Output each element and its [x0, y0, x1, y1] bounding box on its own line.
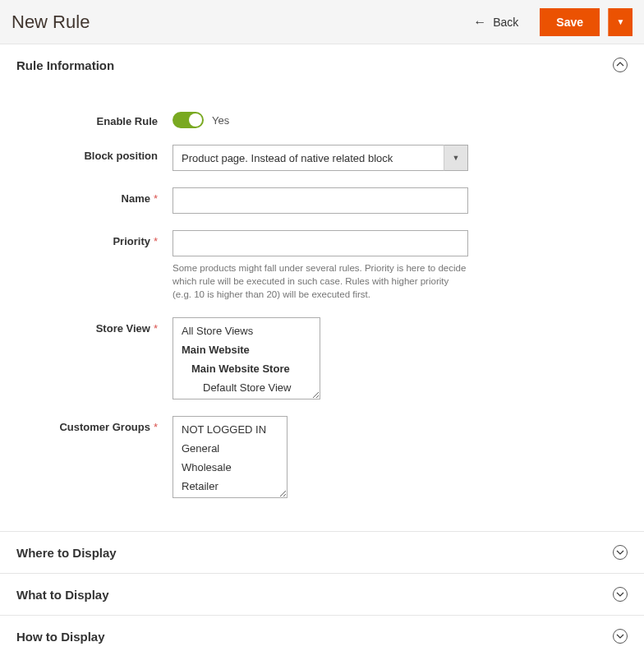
form-body: Enable Rule Yes Block position Product p…	[0, 79, 644, 531]
customer-group-option[interactable]: NOT LOGGED IN	[173, 420, 287, 439]
page-title: New Rule	[12, 12, 465, 33]
top-bar: New Rule ← Back Save ▼	[0, 0, 644, 44]
priority-input[interactable]	[172, 230, 468, 256]
required-icon: *	[154, 322, 158, 335]
section-title: Rule Information	[16, 58, 114, 72]
collapse-icon[interactable]	[613, 58, 628, 72]
save-dropdown-button[interactable]: ▼	[608, 8, 632, 36]
enable-rule-toggle-wrap: Yes	[172, 110, 468, 128]
section-where-to-display[interactable]: Where to Display	[0, 531, 644, 573]
row-block-position: Block position Product page. Instead of …	[16, 145, 628, 171]
row-priority: Priority* Some products might fall under…	[16, 230, 628, 301]
label-name: Name*	[16, 187, 172, 205]
required-icon: *	[154, 235, 158, 247]
label-customer-groups: Customer Groups*	[16, 416, 172, 433]
caret-down-icon: ▼	[617, 17, 625, 26]
label-priority: Priority*	[16, 230, 172, 247]
section-title: Where to Display	[16, 546, 117, 560]
chevron-down-icon: ▼	[444, 145, 468, 171]
enable-rule-value: Yes	[212, 114, 229, 127]
label-store-view: Store View*	[16, 317, 172, 335]
required-icon: *	[154, 421, 158, 433]
row-store-view: Store View* All Store ViewsMain WebsiteM…	[16, 317, 628, 399]
enable-rule-toggle[interactable]	[172, 112, 204, 128]
arrow-left-icon: ←	[473, 15, 486, 30]
customer-group-option[interactable]: Retailer	[173, 477, 287, 496]
store-view-option[interactable]: Main Website Store	[173, 359, 320, 378]
label-block-position: Block position	[16, 145, 172, 162]
customer-group-option[interactable]: Wholesale	[173, 458, 287, 477]
row-name: Name*	[16, 187, 628, 214]
block-position-selected: Product page. Instead of native related …	[172, 145, 468, 171]
label-enable-rule: Enable Rule	[16, 110, 172, 127]
back-button[interactable]: ← Back	[473, 15, 518, 30]
customer-groups-multiselect[interactable]: NOT LOGGED INGeneralWholesaleRetailer	[172, 416, 288, 498]
block-position-select[interactable]: Product page. Instead of native related …	[172, 145, 468, 171]
section-what-to-display[interactable]: What to Display	[0, 573, 644, 615]
row-customer-groups: Customer Groups* NOT LOGGED INGeneralWho…	[16, 416, 628, 498]
customer-group-option[interactable]: General	[173, 439, 287, 458]
section-title: How to Display	[16, 630, 105, 644]
save-button[interactable]: Save	[540, 8, 600, 36]
store-view-option[interactable]: Main Website	[173, 340, 320, 359]
back-button-label: Back	[493, 16, 518, 29]
store-view-option[interactable]: All Store Views	[173, 321, 320, 340]
name-input[interactable]	[172, 187, 468, 214]
section-title: What to Display	[16, 588, 109, 602]
expand-icon	[613, 587, 628, 602]
expand-icon	[613, 629, 628, 644]
expand-icon	[613, 545, 628, 560]
section-how-to-display[interactable]: How to Display	[0, 615, 644, 657]
section-header-rule-info: Rule Information	[0, 44, 644, 79]
priority-help-text: Some products might fall under several r…	[172, 261, 468, 301]
store-view-option[interactable]: Default Store View	[173, 378, 320, 397]
store-view-multiselect[interactable]: All Store ViewsMain WebsiteMain Website …	[172, 317, 320, 399]
required-icon: *	[154, 192, 158, 205]
content: Rule Information Enable Rule Yes Block p…	[0, 44, 644, 657]
row-enable-rule: Enable Rule Yes	[16, 110, 628, 128]
